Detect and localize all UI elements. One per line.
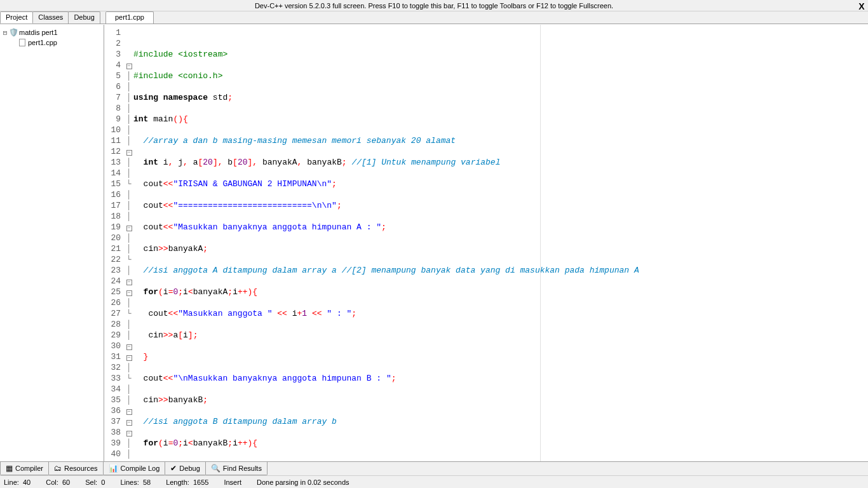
tab-resources[interactable]: 🗂Resources [48,462,104,475]
status-lines: Lines: 58 [120,478,151,486]
tree-file-label: pert1.cpp [28,39,57,46]
code-line: cin>>banyakA; [133,243,868,254]
fold-toggle-icon[interactable]: − [126,226,132,231]
code-line: //array a dan b masing-masing memesan me… [133,135,868,146]
titlebar: Dev-C++ version 5.2.0.3 full screen. Pre… [0,0,868,11]
code-line: cout<<"IRISAN & GABUNGAN 2 HIMPUNAN\n"; [133,179,868,189]
status-line: Line: 40 [4,478,31,486]
fold-toggle-icon[interactable]: − [126,150,132,156]
debug-icon: ✔ [170,464,177,473]
print-margin [540,25,541,461]
tab-compiler[interactable]: ▦Compiler [0,462,49,475]
line-gutter: 1234567891011121314151617181920212223242… [104,25,125,461]
tab-classes[interactable]: Classes [32,11,69,24]
fold-toggle-icon[interactable]: − [126,355,132,361]
fold-toggle-icon[interactable]: − [126,280,132,285]
compiler-icon: ▦ [6,464,13,473]
tree-expander-icon[interactable]: ⊟ [1,29,9,37]
file-icon [18,38,27,47]
code-line: //isi anggota B ditampung dalam array b [133,416,868,427]
code-line: using namespace std; [133,92,868,103]
log-icon: 📊 [109,464,118,473]
find-icon: 🔍 [211,464,220,473]
tabs-row: Project Classes Debug pert1.cpp [0,11,868,24]
project-tree: ⊟ 🛡️ matdis pert1 pert1.cpp [0,25,104,461]
code-line: cout<<"===========================\n\n"; [133,200,868,211]
code-area[interactable]: #include <iostream> #include <conio.h> u… [133,25,868,461]
code-line: cout<<"Masukkan anggota " << i+1 << " : … [133,459,868,461]
titlebar-text: Dev-C++ version 5.2.0.3 full screen. Pre… [255,2,613,10]
left-panel-tabs: Project Classes Debug [0,11,104,24]
tab-debug-bottom[interactable]: ✔Debug [165,462,205,475]
status-length: Length: 1655 [166,478,208,486]
tab-compile-log[interactable]: 📊Compile Log [103,462,166,475]
code-line: cin>>a[i]; [133,330,868,341]
close-button[interactable]: X [857,1,867,11]
statusbar: Line: 40 Col: 60 Sel: 0 Lines: 58 Length… [0,475,868,488]
code-line: for(i=0;i<banyakA;i++){ [133,287,868,297]
bottom-tabs: ▦Compiler 🗂Resources 📊Compile Log ✔Debug… [0,461,868,475]
main-area: ⊟ 🛡️ matdis pert1 pert1.cpp 123456789101… [0,24,868,461]
project-icon: 🛡️ [9,28,18,37]
status-insert: Insert [224,478,241,486]
tree-project-label: matdis pert1 [19,29,58,36]
tree-file-node[interactable]: pert1.cpp [1,37,102,48]
tab-project[interactable]: Project [0,11,33,24]
code-line: #include <iostream> [133,49,868,60]
code-editor[interactable]: 1234567891011121314151617181920212223242… [104,25,868,461]
code-line: cout<<"\nMasukkan banyaknya anggota himp… [133,373,868,384]
fold-toggle-icon[interactable]: − [126,431,132,437]
editor-tab-file[interactable]: pert1.cpp [105,11,154,24]
tree-project-node[interactable]: ⊟ 🛡️ matdis pert1 [1,27,102,37]
code-line: int main(){ [133,114,868,125]
code-line: cout<<"Masukkan anggota " << i+1 << " : … [133,308,868,319]
fold-toggle-icon[interactable]: − [126,290,132,296]
fold-column: − │││││││ − ││└ │││ − ││└ │ − − │└ ││ − … [125,25,133,461]
fold-toggle-icon[interactable]: − [126,409,132,415]
status-parse: Done parsing in 0.02 seconds [257,478,349,486]
status-col: Col: 60 [46,478,70,486]
resources-icon: 🗂 [54,464,62,473]
fold-toggle-icon[interactable]: − [126,344,132,350]
editor-tabs: pert1.cpp [105,11,154,24]
tab-find-results[interactable]: 🔍Find Results [205,462,268,475]
status-sel: Sel: 0 [85,478,105,486]
code-line: } [133,351,868,362]
fold-toggle-icon[interactable]: − [126,64,132,69]
code-line: cout<<"Masukkan banyaknya anggota himpun… [133,222,868,233]
code-line: cin>>banyakB; [133,395,868,405]
tab-debug[interactable]: Debug [68,11,100,24]
code-line: //isi anggota A ditampung dalam array a … [133,265,868,276]
code-line: #include <conio.h> [133,71,868,81]
code-line: for(i=0;i<banyakB;i++){ [133,438,868,449]
fold-toggle-icon[interactable]: − [126,420,132,426]
code-line: int i, j, a[20], b[20], banyakA, banyakB… [133,157,868,168]
